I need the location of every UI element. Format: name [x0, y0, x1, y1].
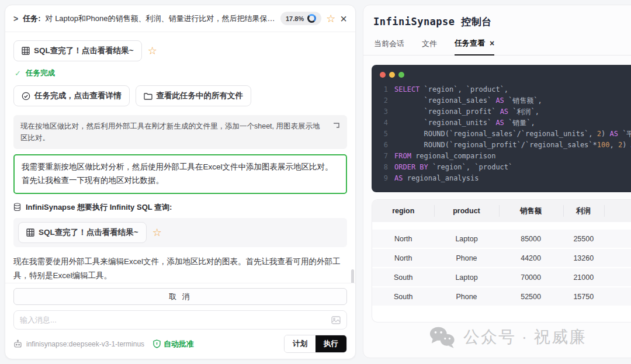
tab-files[interactable]: 文件	[422, 38, 437, 55]
tab-label: 任务查看	[455, 38, 485, 48]
table-row: SouthPhone5250015750	[372, 287, 631, 307]
table-grid-icon	[26, 228, 34, 237]
console-title: InfiniSynapse 控制台	[363, 5, 631, 29]
task-complete-status: ✓ 任务完成	[15, 68, 347, 78]
close-icon[interactable]: ×	[340, 13, 347, 25]
task-title: 对 Laptop和Phone的销售额、利润、销量进行比对，然后把结果保存成一个新…	[46, 13, 276, 24]
assistant-message-text: 现在我需要使用外部工具来编辑Excel文件，添加地区比对的图表。首先让我查看可用…	[13, 257, 341, 280]
collapse-chevron-icon[interactable]: >	[13, 14, 18, 23]
cancel-button[interactable]: 取 消	[13, 288, 347, 305]
table-cell: 25500	[563, 230, 604, 248]
table-cell	[604, 268, 631, 286]
watermark-text: 公众号 · 祝威廉	[463, 326, 587, 348]
circle-check-icon	[22, 92, 30, 100]
plan-mode-button[interactable]: 计划	[285, 335, 316, 352]
shield-icon	[153, 339, 161, 348]
sql-result-button-2-label: SQL查完了！点击看看结果~	[39, 227, 138, 238]
tab-task-view[interactable]: 任务查看×	[455, 38, 494, 56]
code-line: 2 `regional_sales` AS `销售额`,	[380, 95, 631, 106]
auto-approve-label: 自动批准	[164, 339, 194, 349]
database-icon	[13, 203, 21, 212]
code-line: 3 `regional_profit` AS `利润`,	[380, 106, 631, 117]
traffic-green-icon	[398, 72, 404, 78]
task-complete-label: 任务完成	[26, 68, 55, 78]
progress-spinner-icon	[307, 14, 316, 23]
watermark: 公众号 · 祝威廉	[429, 325, 587, 349]
traffic-yellow-icon	[389, 72, 395, 78]
chat-thread: SQL查完了！点击看看结果~ ☆ ✓ 任务完成 任务完成，点击查看详情 查看此任…	[5, 32, 355, 283]
result-table: regionproduct销售额利润 NorthLaptop8500025500…	[372, 199, 631, 323]
table-row: SouthLaptop7000021000	[372, 268, 631, 287]
view-all-files-button[interactable]: 查看此任务中的所有文件	[136, 85, 252, 106]
table-cell: 52500	[499, 287, 563, 306]
table-cell: 21000	[563, 268, 604, 286]
message-star-icon[interactable]: ☆	[148, 44, 157, 57]
code-line: 7FROM regional_comparison	[380, 151, 631, 162]
user-message-text: 现在按地区做比对，然后利用外部工具在刚才新生成的文件里，添加一个sheet, 用…	[20, 120, 327, 144]
table-row: NorthLaptop8500025500	[372, 230, 631, 249]
table-header-cell: product	[434, 200, 498, 222]
sql-request-text: InfiniSynapse 想要执行 Infinity SQL 查询:	[26, 202, 172, 213]
composer-area: 取 消 infinisynapse:deepseek-v3-1-terminus…	[5, 283, 355, 359]
table-cell	[604, 287, 631, 306]
table-cell: South	[372, 268, 434, 286]
table-grid-icon	[22, 47, 30, 55]
table-header-cell: region	[372, 200, 434, 222]
window-traffic-lights	[380, 72, 631, 78]
task-detail-button[interactable]: 任务完成，点击查看详情	[13, 85, 130, 106]
table-header-cell	[604, 200, 631, 222]
code-line: 4 `regional_units` AS `销量`,	[380, 117, 631, 129]
sql-result-button-2[interactable]: SQL查完了！点击看看结果~	[18, 222, 147, 243]
agent-chat-panel: > 任务: 对 Laptop和Phone的销售额、利润、销量进行比对，然后把结果…	[5, 5, 356, 359]
user-message: 现在按地区做比对，然后利用外部工具在刚才新生成的文件里，添加一个sheet, 用…	[13, 115, 347, 149]
assistant-message: 现在我需要使用外部工具来编辑Excel文件，添加地区比对的图表。首先让我查看可用…	[13, 255, 347, 282]
tab-label: 当前会话	[374, 39, 404, 49]
message-star-icon[interactable]: ☆	[152, 226, 162, 239]
message-input-wrap	[13, 310, 347, 330]
tab-current-session[interactable]: 当前会话	[374, 38, 404, 55]
auto-approve-toggle[interactable]: 自动批准	[153, 339, 194, 349]
tab-close-icon[interactable]: ×	[490, 39, 494, 48]
favorite-star-icon[interactable]: ☆	[326, 13, 335, 24]
tab-label: 文件	[422, 39, 437, 49]
requote-icon[interactable]	[332, 122, 340, 129]
progress-percent: 17.8%	[286, 15, 304, 22]
table-cell: 13260	[563, 249, 604, 267]
scrollbar-thumb[interactable]	[351, 269, 354, 283]
mode-switch: 计划 执行	[284, 335, 347, 353]
table-cell: 44200	[499, 249, 563, 267]
sql-request-row: InfiniSynapse 想要执行 Infinity SQL 查询:	[13, 202, 347, 213]
execute-mode-button[interactable]: 执行	[316, 335, 346, 352]
code-line: 8ORDER BY `region`, `product`	[380, 162, 631, 173]
result-table-head: regionproduct销售额利润	[372, 200, 631, 222]
robot-icon	[13, 339, 22, 348]
progress-badge: 17.8%	[280, 12, 321, 25]
task-detail-button-label: 任务完成，点击查看详情	[34, 91, 122, 101]
check-icon: ✓	[15, 69, 21, 78]
tab-bar: 当前会话文件任务查看×	[363, 29, 631, 56]
wechat-icon	[429, 325, 456, 349]
table-cell: North	[372, 249, 434, 267]
sql-result-strip: SQL查完了！点击看看结果~ ☆	[13, 218, 347, 247]
code-line: 6 ROUND(`regional_profit`/`regional_sale…	[380, 140, 631, 151]
table-cell: 70000	[499, 268, 563, 286]
table-spacer	[372, 222, 631, 230]
composer-footer: infinisynapse:deepseek-v3-1-terminus 自动批…	[13, 335, 347, 353]
console-panel: InfiniSynapse 控制台 当前会话文件任务查看× 1SELECT `r…	[363, 5, 631, 358]
message-input[interactable]	[20, 316, 327, 324]
sql-result-button[interactable]: SQL查完了！点击看看结果~	[13, 40, 142, 61]
image-attach-icon[interactable]	[331, 316, 341, 324]
view-all-files-button-label: 查看此任务中的所有文件	[157, 91, 244, 101]
table-cell: North	[372, 230, 434, 248]
table-cell: 15750	[563, 287, 604, 306]
table-cell: Laptop	[434, 268, 498, 286]
table-cell	[604, 249, 631, 267]
result-table-body: NorthLaptop8500025500NorthPhone442001326…	[372, 230, 631, 307]
table-header-cell: 利润	[563, 200, 604, 222]
table-header-cell: 销售额	[499, 200, 563, 222]
code-line: 9AS regional_analysis	[380, 173, 631, 184]
folder-icon	[144, 92, 152, 100]
code-line: 1SELECT `region`, `product`,	[380, 84, 631, 95]
table-cell: 85000	[499, 230, 563, 248]
table-cell: Phone	[434, 287, 498, 306]
